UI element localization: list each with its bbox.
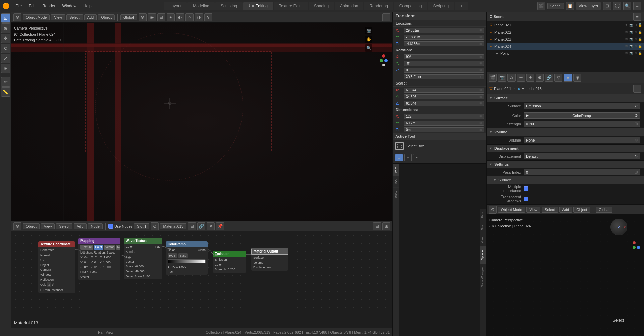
dim-x-value[interactable]: 122m⊞ <box>404 114 484 119</box>
location-x-value[interactable]: 29.831m⊞ <box>404 28 484 33</box>
scale-x-value[interactable]: 61.044⊞ <box>404 88 484 93</box>
location-y-value[interactable]: -118.49m⊞ <box>404 35 484 40</box>
node-select-btn[interactable]: Select <box>56 223 72 229</box>
ol-lock-022[interactable]: 🔒 <box>638 30 642 34</box>
outliner-item-plane023[interactable]: ▽ Plane.023 👁 📷 ⊙ 🔒 <box>487 36 644 43</box>
ol-vis-022[interactable]: ⊙ <box>634 30 637 34</box>
node-object-btn[interactable]: Object <box>23 223 40 229</box>
tool-scale[interactable]: ⤢ <box>1 54 10 63</box>
prop-icon-physics[interactable]: ⚙ <box>536 74 544 82</box>
select-dot-lasso[interactable]: ∿ <box>413 154 420 161</box>
ol-vis-023[interactable]: ⊙ <box>634 37 637 41</box>
prop-icon-object-data[interactable]: ▽ <box>554 74 562 82</box>
scene-selector-icon[interactable]: 🎬 <box>537 2 545 10</box>
node-texture-coord[interactable]: Texture Coordinate Generated Normal UV O… <box>38 241 75 293</box>
side-tab-tool[interactable]: Tool <box>393 176 399 187</box>
outliner-item-plane021[interactable]: ▽ Plane.021 👁 📷 ⊙ 🔒 <box>487 21 644 29</box>
ol-render-024[interactable]: 📷 <box>629 44 633 48</box>
node-copy-icon[interactable]: ⊞ <box>188 222 196 230</box>
tab-layout[interactable]: Layout <box>164 2 187 10</box>
prop-icon-constraints[interactable]: 🔗 <box>545 74 553 82</box>
viewport-select-btn[interactable]: Select <box>66 14 83 20</box>
mv-object-btn[interactable]: Object <box>573 207 590 213</box>
mv-view-btn[interactable]: View <box>526 207 540 213</box>
viewport-options-icon[interactable]: ∨ <box>204 13 212 21</box>
mini-viewport[interactable]: Camera Perspective (0) Collection | Plan… <box>487 215 644 336</box>
proportional-edit-icon[interactable]: ◉ <box>148 13 156 21</box>
tool-transform[interactable]: ⊞ <box>1 64 10 73</box>
nw-tab-view[interactable]: View <box>480 233 486 246</box>
surface-section-header[interactable]: ▼ Surface <box>487 94 644 102</box>
menu-help[interactable]: Help <box>80 2 95 10</box>
node-close-icon[interactable]: ✕ <box>207 222 215 230</box>
viewport-shading-solid-icon[interactable]: ○ <box>185 13 194 21</box>
filter-icon[interactable]: ≡ <box>633 2 641 10</box>
ol-eye-021[interactable]: 👁 <box>625 23 628 27</box>
prop-icon-output[interactable]: 🖨 <box>507 74 516 82</box>
ol-eye-023[interactable]: 👁 <box>625 37 628 41</box>
tab-animation[interactable]: Animation <box>335 2 363 10</box>
tool-cursor[interactable]: ⊕ <box>1 23 10 33</box>
node-colorramp-gradient[interactable] <box>168 259 206 263</box>
outliner-item-point[interactable]: ● Point 👁 📷 ⊙ 🔒 <box>487 50 644 57</box>
node-editor-type-icon[interactable]: ⊙ <box>13 222 21 230</box>
mv-add-btn[interactable]: Add <box>559 207 572 213</box>
ol-lock-021[interactable]: 🔒 <box>638 23 642 27</box>
window-settings-icon[interactable]: ⊞ <box>603 2 611 10</box>
viewport-shading-wire-icon[interactable]: ◐ <box>176 13 184 21</box>
rotation-z-value[interactable]: 0°⊞ <box>404 68 484 73</box>
viewport-3d[interactable]: Camera Perspective (0) Collection | Plan… <box>11 23 392 221</box>
ol-render-pt[interactable]: 📷 <box>629 51 633 55</box>
ol-lock-024[interactable]: 🔒 <box>638 44 642 48</box>
ol-eye-024[interactable]: 👁 <box>625 44 628 48</box>
tab-uv-editing[interactable]: UV Editing <box>243 2 273 10</box>
location-z-value[interactable]: -4.6155m⊞ <box>404 41 484 46</box>
node-material-btn[interactable]: Material.013 <box>160 223 186 229</box>
viewport-view-btn[interactable]: View <box>51 14 65 20</box>
strength-value[interactable]: 0.200 ⊞ <box>524 121 640 127</box>
viewport-shading-render-icon[interactable]: ◑ <box>195 13 203 21</box>
nw-tab-options[interactable]: Options <box>480 246 486 264</box>
ol-render-022[interactable]: 📷 <box>629 30 633 34</box>
node-node-btn[interactable]: Node <box>88 223 103 229</box>
tab-rendering[interactable]: Rendering <box>364 2 393 10</box>
node-sphere-icon[interactable]: ⊙ <box>151 222 159 230</box>
mat-props-dots[interactable]: … <box>633 85 641 93</box>
viewport-object-btn[interactable]: Object <box>98 14 115 20</box>
euler-value[interactable]: XYZ Euler∨ <box>404 74 484 79</box>
outliner-item-plane024[interactable]: ▽ Plane.024 👁 📷 ⊙ 🔒 <box>487 43 644 50</box>
tab-sculpting[interactable]: Sculpting <box>215 2 243 10</box>
prop-icon-world[interactable]: ◉ <box>573 74 581 82</box>
ol-eye-pt[interactable]: 👁 <box>625 51 628 55</box>
ol-render-021[interactable]: 📷 <box>629 23 633 27</box>
viewport-object-mode-btn[interactable]: Object Mode <box>23 14 50 20</box>
color-value[interactable]: ▶ ColorRamp ⊙ <box>524 112 640 119</box>
node-wave-texture[interactable]: Wave Texture ColorFac Bands Size Vector … <box>124 238 162 279</box>
settings-section-header[interactable]: ▼ Settings <box>487 161 644 168</box>
ol-lock-023[interactable]: 🔒 <box>638 37 642 41</box>
rotation-x-value[interactable]: 90°⊞ <box>404 54 484 59</box>
tab-compositing[interactable]: Compositing <box>394 2 427 10</box>
viewport-global-btn[interactable]: Global <box>120 14 137 20</box>
prop-icon-render[interactable]: 📷 <box>498 74 506 82</box>
gizmo-hand-icon[interactable]: ✋ <box>365 36 372 43</box>
view-layer-icon[interactable]: 📋 <box>566 2 574 10</box>
ol-eye-022[interactable]: 👁 <box>625 30 628 34</box>
prop-icon-material[interactable]: ● <box>564 74 572 82</box>
tool-annotate[interactable]: ✏ <box>1 77 10 87</box>
search-icon[interactable]: 🔍 <box>623 2 631 10</box>
nw-tab-item[interactable]: Item <box>480 209 486 221</box>
tool-rotate[interactable]: ↻ <box>1 44 10 53</box>
volume-section-header[interactable]: ▼ Volume <box>487 128 644 136</box>
tab-add[interactable]: + <box>455 2 468 10</box>
subsurface-section-header[interactable]: ▼ Surface <box>487 176 644 184</box>
displacement-section-header[interactable]: ▼ Displacement <box>487 145 644 152</box>
node-mapping[interactable]: Mapping Texture Point Vector Normal Loca… <box>78 238 120 280</box>
tab-shading[interactable]: Shading <box>309 2 334 10</box>
dim-y-value[interactable]: 69.2m⊞ <box>404 121 484 126</box>
outliner-filter-icon[interactable]: ≡ <box>633 13 641 21</box>
tab-modeling[interactable]: Modeling <box>187 2 215 10</box>
ol-vis-024[interactable]: ⊙ <box>634 44 637 48</box>
scale-z-value[interactable]: 61.044⊞ <box>404 101 484 106</box>
node-canvas[interactable]: Texture Coordinate Generated Normal UV O… <box>11 231 392 328</box>
